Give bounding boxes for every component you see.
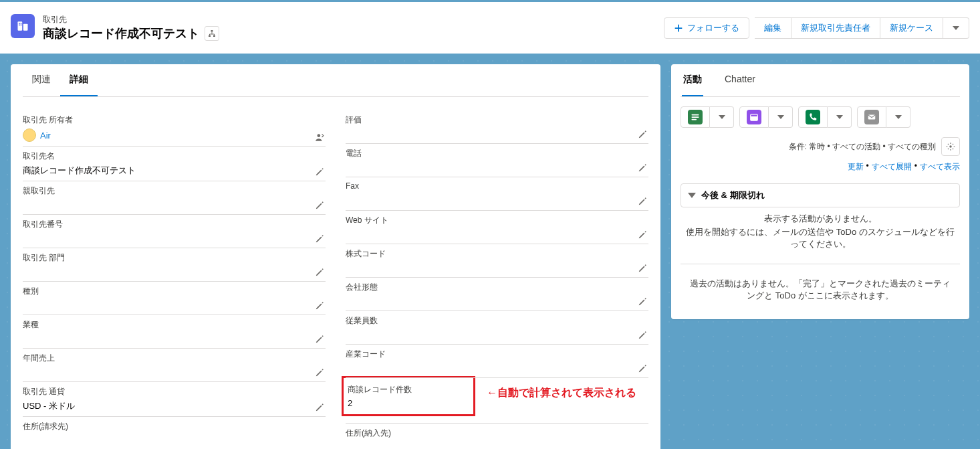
field-value xyxy=(346,260,648,272)
field-label: 種別 xyxy=(23,286,326,297)
send-email-button[interactable] xyxy=(857,106,886,128)
new-task-button[interactable] xyxy=(681,106,710,128)
field-label: 従業員数 xyxy=(346,315,648,327)
svg-rect-3 xyxy=(21,23,22,24)
show-all-link[interactable]: すべて表示 xyxy=(920,161,960,173)
svg-rect-8 xyxy=(213,35,215,37)
pencil-icon[interactable] xyxy=(638,297,647,306)
follow-button[interactable]: フォローする xyxy=(664,17,749,39)
detail-card: 関連 詳細 取引先 所有者 Air 取引先名 商談レコード作 xyxy=(11,64,660,449)
past-activity-msg: 過去の活動はありません。「完了」とマークされた過去のミーティングと ToDo が… xyxy=(681,264,960,306)
field-label: 会社形態 xyxy=(346,282,648,293)
field-employees: 従業員数 xyxy=(346,311,648,345)
header-actions: フォローする 編集 新規取引先責任者 新規ケース xyxy=(664,17,969,39)
tab-chatter[interactable]: Chatter xyxy=(723,64,757,96)
field-dept: 取引先 部門 xyxy=(23,248,326,282)
new-event-button[interactable] xyxy=(739,106,769,128)
field-label: 電話 xyxy=(346,148,648,159)
pencil-icon[interactable] xyxy=(315,268,324,277)
field-value xyxy=(346,360,648,372)
field-label: 取引先名 xyxy=(23,151,326,162)
tab-related[interactable]: 関連 xyxy=(23,64,60,96)
log-call-dd[interactable] xyxy=(828,106,852,128)
activity-panel: 活動 Chatter 条件: 常時 • すべての活動 • すべての種別 xyxy=(671,64,969,319)
svg-rect-2 xyxy=(19,23,20,24)
pencil-icon[interactable] xyxy=(638,130,647,139)
pencil-icon[interactable] xyxy=(315,335,324,344)
field-rating: 評価 xyxy=(346,110,648,144)
field-value xyxy=(346,126,648,138)
pencil-icon[interactable] xyxy=(315,301,324,310)
field-value: USD - 米ドル xyxy=(23,397,326,412)
field-fax: Fax xyxy=(346,177,648,211)
owner-link[interactable]: Air xyxy=(40,130,51,141)
field-parent: 親取引先 xyxy=(23,181,326,215)
svg-point-9 xyxy=(318,134,321,137)
follow-label: フォローする xyxy=(687,22,739,34)
activity-action-row xyxy=(681,106,960,128)
change-owner-icon[interactable] xyxy=(315,132,324,142)
empty-activity-msg-1: 表示する活動がありません。 xyxy=(681,207,960,226)
accordion-title: 今後 & 期限切れ xyxy=(701,189,765,201)
field-value xyxy=(346,293,648,305)
new-task-dd[interactable] xyxy=(710,106,734,128)
pencil-icon[interactable] xyxy=(315,403,324,412)
new-contact-button[interactable]: 新規取引先責任者 xyxy=(791,17,880,39)
field-stock: 株式コード xyxy=(346,244,648,278)
new-event-dd[interactable] xyxy=(769,106,793,128)
field-value xyxy=(346,327,648,339)
tab-activity[interactable]: 活動 xyxy=(682,64,703,96)
field-value xyxy=(23,432,326,444)
send-email-dd[interactable] xyxy=(886,106,910,128)
field-value xyxy=(346,226,648,238)
pencil-icon[interactable] xyxy=(315,368,324,377)
account-entity-icon xyxy=(11,14,35,38)
field-label: 住所(請求先) xyxy=(23,421,326,432)
field-label: 株式コード xyxy=(346,248,648,260)
log-call-button[interactable] xyxy=(798,106,828,128)
pencil-icon[interactable] xyxy=(315,201,324,210)
field-label: 取引先 部門 xyxy=(23,252,326,264)
field-phone: 電話 xyxy=(346,144,648,177)
pencil-icon[interactable] xyxy=(638,163,647,173)
field-value xyxy=(346,159,648,171)
expand-all-link[interactable]: すべて展開 xyxy=(872,161,912,173)
pencil-icon[interactable] xyxy=(638,364,647,373)
pencil-icon[interactable] xyxy=(638,230,647,240)
accordion-header[interactable]: 今後 & 期限切れ xyxy=(681,184,959,207)
field-currency: 取引先 通貨 USD - 米ドル xyxy=(23,382,326,417)
pencil-icon[interactable] xyxy=(315,234,324,244)
field-value xyxy=(346,191,648,203)
pencil-icon[interactable] xyxy=(638,197,647,206)
svg-rect-4 xyxy=(19,25,20,26)
hierarchy-icon[interactable] xyxy=(205,26,219,41)
field-value xyxy=(23,364,326,376)
field-label: Fax xyxy=(346,181,648,191)
field-value xyxy=(23,331,326,343)
object-label: 取引先 xyxy=(43,14,219,25)
field-company-form: 会社形態 xyxy=(346,278,648,311)
field-number: 取引先番号 xyxy=(23,215,326,248)
field-billing-addr: 住所(請求先) xyxy=(23,417,326,449)
new-case-button[interactable]: 新規ケース xyxy=(880,17,943,39)
side-tabs: 活動 Chatter xyxy=(681,64,960,97)
pencil-icon[interactable] xyxy=(315,167,324,177)
field-value xyxy=(346,439,648,449)
field-owner: 取引先 所有者 Air xyxy=(23,110,326,147)
more-actions-button[interactable] xyxy=(943,17,969,39)
field-website: Web サイト xyxy=(346,211,648,244)
field-value xyxy=(23,297,326,309)
field-revenue: 年間売上 xyxy=(23,349,326,382)
refresh-link[interactable]: 更新 xyxy=(848,161,864,173)
record-header: 取引先 商談レコード作成不可テスト フォローする 編集 新規取引先責任者 新規ケ… xyxy=(0,2,980,54)
field-value xyxy=(23,230,326,242)
field-label: 取引先番号 xyxy=(23,219,326,230)
gear-icon[interactable] xyxy=(941,137,960,156)
field-industry: 業種 xyxy=(23,315,326,349)
pencil-icon[interactable] xyxy=(638,264,647,273)
pencil-icon[interactable] xyxy=(638,331,647,340)
field-account-name: 取引先名 商談レコード作成不可テスト xyxy=(23,147,326,181)
edit-button[interactable]: 編集 xyxy=(755,17,791,39)
svg-rect-7 xyxy=(209,35,211,37)
tab-detail[interactable]: 詳細 xyxy=(60,64,98,96)
